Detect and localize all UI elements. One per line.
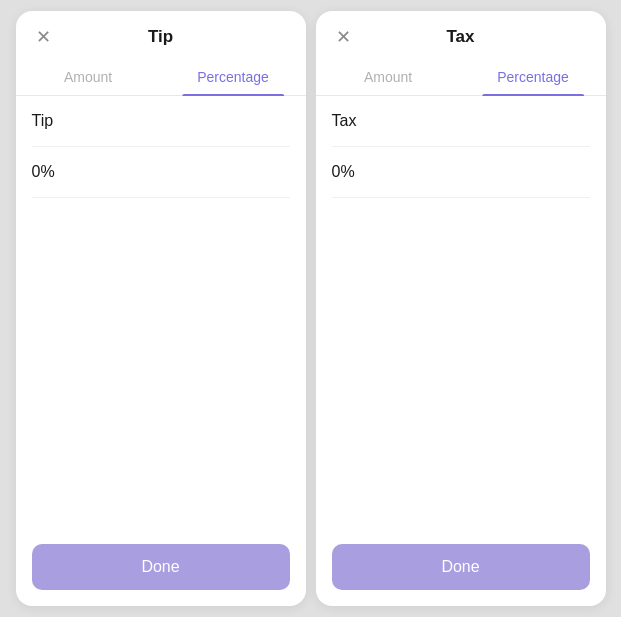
tax-field-row: Tax: [332, 96, 590, 147]
tax-tab-bar: Amount Percentage: [316, 59, 606, 96]
tip-panel-body: Tip 0%: [16, 96, 306, 528]
tax-panel-title: Tax: [446, 27, 474, 47]
tip-panel-title: Tip: [148, 27, 173, 47]
tip-tab-percentage[interactable]: Percentage: [161, 59, 306, 95]
tip-tab-amount[interactable]: Amount: [16, 59, 161, 95]
tax-panel-body: Tax 0%: [316, 96, 606, 528]
tax-tab-amount[interactable]: Amount: [316, 59, 461, 95]
tip-field-label: Tip: [32, 112, 54, 129]
tip-panel: ✕ Tip Amount Percentage Tip 0% Done: [16, 11, 306, 606]
tax-panel-header: ✕ Tax: [316, 11, 606, 47]
tip-field-value: 0%: [32, 147, 290, 198]
tax-close-button[interactable]: ✕: [332, 25, 356, 49]
tax-done-button[interactable]: Done: [332, 544, 590, 590]
tax-field-value: 0%: [332, 147, 590, 198]
tip-panel-footer: Done: [16, 528, 306, 606]
tip-panel-header: ✕ Tip: [16, 11, 306, 47]
tip-close-button[interactable]: ✕: [32, 25, 56, 49]
tip-field-row: Tip: [32, 96, 290, 147]
tax-tab-percentage[interactable]: Percentage: [461, 59, 606, 95]
tip-tab-bar: Amount Percentage: [16, 59, 306, 96]
tax-panel: ✕ Tax Amount Percentage Tax 0% Done: [316, 11, 606, 606]
tax-panel-footer: Done: [316, 528, 606, 606]
tax-field-label: Tax: [332, 112, 357, 129]
tip-done-button[interactable]: Done: [32, 544, 290, 590]
